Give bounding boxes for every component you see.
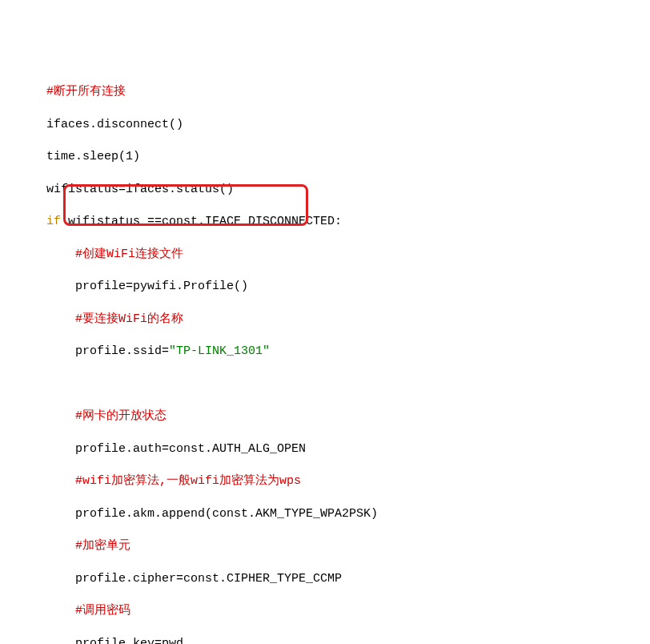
comment: #加密单元 xyxy=(75,539,130,553)
code-line: profile=pywifi.Profile() xyxy=(75,280,248,293)
comment: #调用密码 xyxy=(75,604,130,618)
string-literal: "TP-LINK_1301" xyxy=(169,344,270,358)
comment: #要连接WiFi的名称 xyxy=(75,312,183,326)
code-block: #断开所有连接 ifaces.disconnect() time.sleep(1… xyxy=(3,68,647,644)
keyword-if: if xyxy=(46,215,61,228)
code-line: profile.cipher=const.CIPHER_TYPE_CCMP xyxy=(75,572,342,586)
comment: #创建WiFi连接文件 xyxy=(75,248,183,261)
code-line: profile.ssid= xyxy=(75,344,169,358)
code-line: ifaces.disconnect() xyxy=(46,118,183,131)
code-line: time.sleep(1) xyxy=(46,150,140,163)
code-line: profile.akm.append(const.AKM_TYPE_WPA2PS… xyxy=(75,507,378,521)
comment: #wifi加密算法,一般wifi加密算法为wps xyxy=(75,474,301,488)
code-line: wifistatus ==const.IFACE_DISCONNECTED: xyxy=(61,215,342,228)
comment: #断开所有连接 xyxy=(46,85,126,99)
code-line: wifistatus=ifaces.status() xyxy=(46,183,234,196)
code-line: profile.auth=const.AUTH_ALG_OPEN xyxy=(75,442,306,456)
comment: #网卡的开放状态 xyxy=(75,409,167,423)
code-line: profile.key=pwd xyxy=(75,637,183,644)
